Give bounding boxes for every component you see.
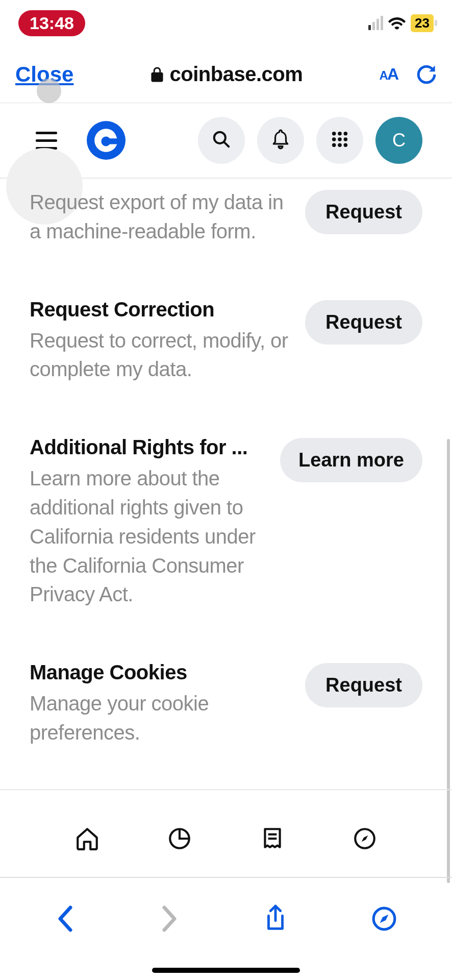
item-description: Request export of my data in a machine-r…: [30, 188, 290, 246]
request-button[interactable]: Request: [305, 663, 422, 707]
safari-tabs-button[interactable]: [371, 906, 397, 932]
svg-point-0: [87, 121, 125, 160]
grid-icon: [331, 131, 348, 150]
request-button[interactable]: Request: [305, 300, 422, 345]
item-title: Manage Cookies: [30, 661, 290, 684]
svg-point-8: [344, 137, 348, 141]
svg-point-3: [332, 132, 336, 136]
forward-button[interactable]: [159, 905, 180, 932]
item-title: Additional Rights for ...: [30, 436, 265, 459]
svg-line-2: [224, 142, 229, 147]
text-size-button[interactable]: AA: [380, 65, 398, 84]
back-button[interactable]: [55, 905, 76, 932]
home-indicator[interactable]: [152, 968, 300, 973]
separator: [0, 789, 452, 790]
svg-point-4: [338, 132, 342, 136]
svg-point-7: [338, 137, 342, 141]
reload-button[interactable]: [416, 63, 437, 86]
tab-receipt[interactable]: [257, 824, 288, 855]
svg-marker-18: [380, 915, 389, 923]
svg-point-11: [344, 143, 348, 148]
svg-point-6: [332, 137, 336, 141]
notifications-button[interactable]: [257, 117, 304, 164]
status-bar: 13:48 23: [0, 0, 452, 46]
bell-icon: [270, 129, 291, 152]
browser-bar: Close coinbase.com AA: [0, 46, 452, 103]
list-item-additional-rights: Additional Rights for ... Learn more abo…: [30, 412, 422, 638]
home-icon: [74, 826, 100, 853]
wifi-icon: [388, 16, 406, 30]
chevron-right-icon: [159, 905, 180, 932]
lock-icon: [150, 66, 164, 83]
tab-chart[interactable]: [164, 824, 195, 855]
svg-marker-16: [362, 836, 368, 842]
url-text: coinbase.com: [170, 63, 303, 86]
list-item-request-correction: Request Correction Request to correct, m…: [30, 275, 422, 413]
coinbase-logo-icon[interactable]: [87, 121, 125, 160]
menu-button[interactable]: [36, 132, 57, 150]
svg-point-10: [338, 143, 342, 148]
receipt-icon: [260, 826, 285, 853]
item-title: Request Correction: [30, 298, 290, 321]
item-description: Learn more about the additional rights g…: [30, 464, 265, 609]
search-button[interactable]: [198, 117, 245, 164]
battery-level: 23: [411, 14, 434, 32]
status-time: 13:48: [18, 10, 85, 36]
chevron-left-icon: [55, 905, 76, 932]
list-item-export-data: Request export of my data in a machine-r…: [30, 179, 422, 275]
app-tab-bar: [0, 802, 452, 878]
search-icon: [212, 130, 231, 151]
tab-explore[interactable]: [349, 824, 380, 855]
tab-home[interactable]: [72, 824, 103, 855]
list-item-manage-cookies: Manage Cookies Manage your cookie prefer…: [30, 638, 422, 776]
pie-chart-icon: [167, 826, 192, 853]
svg-point-5: [344, 132, 348, 136]
apps-button[interactable]: [316, 117, 363, 164]
cellular-signal-icon: [368, 16, 383, 30]
compass-icon: [352, 826, 378, 853]
request-button[interactable]: Request: [305, 190, 422, 234]
share-button[interactable]: [263, 904, 288, 934]
privacy-settings-list: Request export of my data in a machine-r…: [0, 179, 452, 776]
status-right: 23: [368, 14, 434, 32]
svg-point-9: [332, 143, 336, 148]
item-description: Request to correct, modify, or complete …: [30, 326, 290, 384]
safari-compass-icon: [371, 906, 397, 932]
address-bar[interactable]: coinbase.com: [150, 63, 303, 86]
item-description: Manage your cookie preferences.: [30, 689, 290, 747]
safari-toolbar: [0, 888, 452, 949]
avatar[interactable]: C: [375, 117, 422, 164]
learn-more-button[interactable]: Learn more: [280, 438, 422, 482]
share-icon: [263, 904, 288, 934]
touch-indicator: [37, 79, 61, 103]
